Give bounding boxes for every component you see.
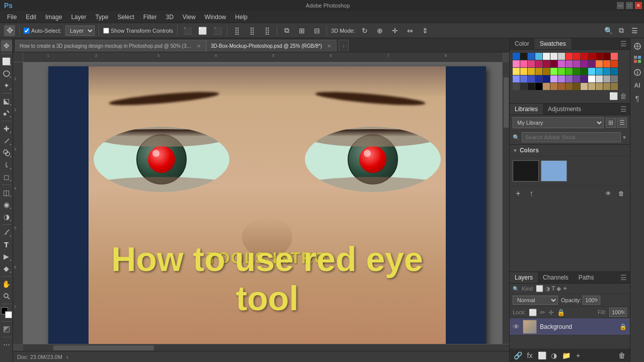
shape-filter-icon[interactable]: ◆ — [556, 285, 561, 292]
swatch[interactable] — [543, 83, 550, 90]
ai-panel-btn[interactable]: AI — [631, 79, 643, 92]
layer-item-background[interactable]: 👁 Background 🔒 — [510, 318, 630, 335]
menu-image[interactable]: Image — [41, 13, 66, 22]
lib-view-btn[interactable]: 👁 — [603, 188, 614, 199]
swatch[interactable] — [573, 68, 580, 75]
gradient-tool[interactable]: ◫ — [1, 187, 12, 198]
opacity-input[interactable]: 100% — [583, 296, 600, 305]
color-tab[interactable]: Color — [510, 38, 535, 49]
swatch[interactable] — [535, 83, 542, 90]
dodge-tool[interactable]: ◑ — [1, 211, 12, 222]
lock-all-icon[interactable]: ✛ — [548, 309, 554, 316]
swatch[interactable] — [550, 75, 557, 82]
swatch[interactable] — [558, 68, 565, 75]
menu-type[interactable]: Type — [91, 13, 112, 22]
history-tool[interactable]: ⤹ — [1, 159, 12, 170]
auto-select-checkbox[interactable] — [24, 28, 30, 34]
menu-select[interactable]: Select — [113, 13, 138, 22]
swatch[interactable] — [566, 68, 573, 75]
status-arrow[interactable]: › — [66, 354, 68, 360]
workspace-btn[interactable]: ☰ — [629, 25, 640, 36]
new-layer-btn[interactable]: + — [573, 350, 583, 360]
color-selector[interactable] — [1, 307, 12, 318]
swatch[interactable] — [513, 53, 520, 60]
swatch[interactable] — [573, 83, 580, 90]
swatch[interactable] — [588, 53, 595, 60]
arrange-btn2[interactable]: ⊞ — [296, 25, 307, 36]
rect-select-tool[interactable]: ⬜ — [1, 56, 12, 67]
adjustment-filter-icon[interactable]: ◑ — [545, 285, 550, 292]
swatch[interactable] — [520, 68, 527, 75]
swatch[interactable] — [550, 53, 557, 60]
swatch[interactable] — [611, 75, 618, 82]
library-color-1[interactable] — [513, 160, 539, 182]
layer-styles-btn[interactable]: fx — [525, 350, 535, 360]
swatch[interactable] — [558, 53, 565, 60]
paragraph-panel-btn[interactable]: ¶ — [631, 93, 643, 105]
swatch[interactable] — [596, 75, 603, 82]
align-right-btn[interactable]: ⬛ — [212, 25, 223, 36]
hand-tool[interactable]: ✋ — [1, 279, 12, 290]
pen-tool[interactable] — [1, 227, 12, 238]
swatch[interactable] — [520, 75, 527, 82]
swatch[interactable] — [513, 75, 520, 82]
info-panel-btn[interactable]: i — [631, 66, 643, 78]
list-view-btn[interactable]: ☰ — [617, 118, 627, 128]
distribute-btn3[interactable]: ⣿ — [262, 25, 273, 36]
path-select-tool[interactable]: ▶ — [1, 251, 12, 262]
swatch[interactable] — [573, 75, 580, 82]
color-panel-btn[interactable] — [631, 40, 643, 52]
swatch[interactable] — [513, 83, 520, 90]
distribute-btn1[interactable]: ⣿ — [231, 25, 243, 36]
swatch[interactable] — [611, 68, 618, 75]
menu-layer[interactable]: Layer — [67, 13, 90, 22]
doc-tab-2-close[interactable]: ✕ — [327, 43, 331, 49]
swatch[interactable] — [550, 68, 557, 75]
canvas-document[interactable]: TOOLS INTRO How to use red eye tool — [48, 66, 486, 344]
quick-mask-btn[interactable] — [1, 324, 12, 335]
rotate-3d-btn[interactable]: ↻ — [359, 25, 370, 36]
menu-3d[interactable]: 3D — [162, 13, 177, 22]
library-color-2[interactable] — [541, 160, 567, 182]
swatch[interactable] — [520, 60, 527, 67]
layer-select[interactable]: Layer — [65, 26, 95, 36]
add-mask-btn[interactable]: ⬜ — [537, 350, 547, 360]
swatch[interactable] — [513, 68, 520, 75]
swatch[interactable] — [573, 53, 580, 60]
lib-delete-btn[interactable]: 🗑 — [616, 188, 627, 199]
swatch[interactable] — [528, 60, 535, 67]
swatch[interactable] — [581, 53, 588, 60]
pixel-filter-icon[interactable]: ⬜ — [536, 285, 543, 292]
eraser-tool[interactable]: ◻ — [1, 171, 12, 183]
swatch[interactable] — [603, 75, 610, 82]
distribute-btn2[interactable]: ⣿ — [247, 25, 258, 36]
more-tools-btn[interactable]: ⋯ — [1, 339, 12, 350]
doc-tab-1-close[interactable]: ✕ — [197, 43, 201, 49]
text-tool[interactable]: T — [1, 239, 12, 250]
new-adjustment-btn[interactable]: ◑ — [549, 350, 559, 360]
text-filter-icon[interactable]: T — [551, 285, 555, 292]
channels-tab[interactable]: Channels — [538, 272, 574, 283]
align-center-btn[interactable]: ⬜ — [197, 25, 208, 36]
blend-mode-select[interactable]: Normal — [513, 296, 558, 305]
align-left-btn[interactable]: ⬛ — [182, 25, 193, 36]
swatch[interactable] — [603, 83, 610, 90]
new-swatch-icon[interactable]: ⬜ — [609, 92, 618, 100]
scale-3d-btn[interactable]: ⇕ — [420, 25, 431, 36]
swatch[interactable] — [566, 83, 573, 90]
swatch[interactable] — [528, 68, 535, 75]
swatch[interactable] — [520, 83, 527, 90]
delete-layer-btn[interactable]: 🗑 — [617, 350, 627, 360]
pan-3d-btn[interactable]: ✛ — [389, 25, 400, 36]
swatch[interactable] — [611, 53, 618, 60]
swatch[interactable] — [588, 83, 595, 90]
swatch[interactable] — [566, 75, 573, 82]
swatch[interactable] — [558, 60, 565, 67]
doc-tab-2[interactable]: 3D-Box-Mockup-Photoshop.psd @ 25% (RGB/8… — [206, 40, 337, 52]
swatch[interactable] — [611, 60, 618, 67]
swatch[interactable] — [603, 53, 610, 60]
swatch[interactable] — [603, 60, 610, 67]
orbit-3d-btn[interactable]: ⊕ — [374, 25, 385, 36]
swatch[interactable] — [550, 60, 557, 67]
colors-section-header[interactable]: ▼ Colors — [510, 145, 630, 156]
